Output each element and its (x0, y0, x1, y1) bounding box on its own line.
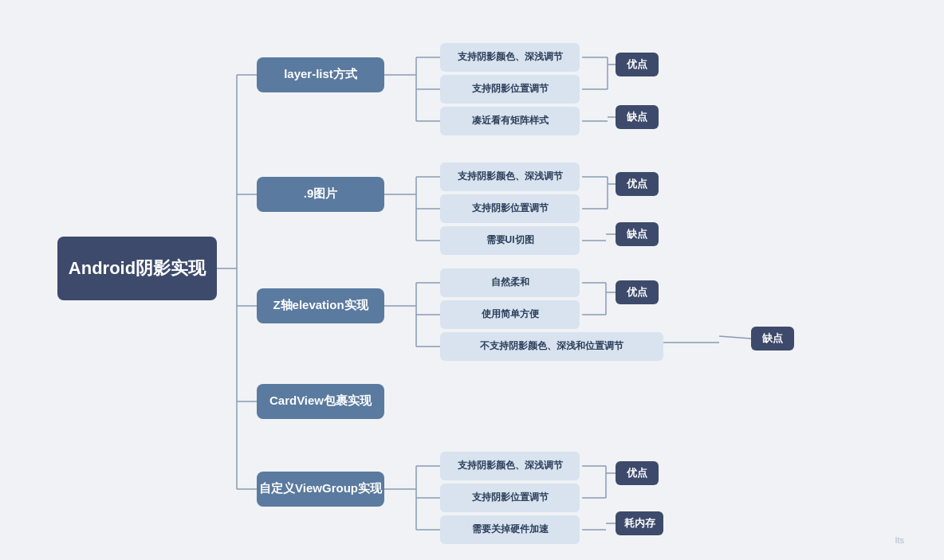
main-node-cardview: CardView包裹实现 (257, 384, 384, 419)
main-label-nine-patch: .9图片 (304, 186, 338, 202)
main-label-viewgroup: 自定义ViewGroup实现 (259, 481, 382, 496)
sub-ll-1: 支持阴影颜色、深浅调节 (440, 43, 580, 72)
root-node: Android阴影实现 (57, 237, 217, 300)
badge-ll-pro: 优点 (616, 53, 659, 76)
badge-vg-pro: 优点 (616, 461, 659, 485)
badge-vg-con: 耗内存 (616, 511, 663, 535)
watermark: Its (895, 535, 904, 545)
badge-np-pro: 优点 (616, 172, 659, 196)
svg-line-40 (719, 336, 751, 339)
sub-vg-3: 需要关掉硬件加速 (440, 515, 580, 544)
main-node-nine-patch: .9图片 (257, 177, 384, 212)
sub-vg-2: 支持阴影位置调节 (440, 484, 580, 512)
mind-map: Android阴影实现 layer-list方式 .9图片 Z轴elevatio… (33, 10, 911, 551)
badge-el-pro: 优点 (616, 280, 659, 304)
sub-ll-3: 凑近看有矩阵样式 (440, 107, 580, 135)
main-node-elevation: Z轴elevation实现 (257, 288, 384, 323)
main-label-cardview: CardView包裹实现 (269, 394, 372, 409)
badge-np-con: 缺点 (616, 222, 659, 246)
sub-ll-2: 支持阴影位置调节 (440, 75, 580, 104)
root-label: Android阴影实现 (69, 257, 206, 280)
sub-el-2: 使用简单方便 (440, 300, 580, 329)
main-node-viewgroup: 自定义ViewGroup实现 (257, 472, 384, 507)
main-node-layer-list: layer-list方式 (257, 57, 384, 92)
sub-np-2: 支持阴影位置调节 (440, 194, 580, 223)
sub-np-3: 需要UI切图 (440, 226, 580, 255)
sub-el-1: 自然柔和 (440, 268, 580, 297)
sub-el-3: 不支持阴影颜色、深浅和位置调节 (440, 332, 663, 361)
sub-np-1: 支持阴影颜色、深浅调节 (440, 163, 580, 191)
badge-el-con: 缺点 (751, 327, 794, 350)
main-label-elevation: Z轴elevation实现 (273, 298, 368, 313)
main-label-layer-list: layer-list方式 (284, 67, 357, 82)
sub-vg-1: 支持阴影颜色、深浅调节 (440, 452, 580, 480)
badge-ll-con: 缺点 (616, 105, 659, 129)
